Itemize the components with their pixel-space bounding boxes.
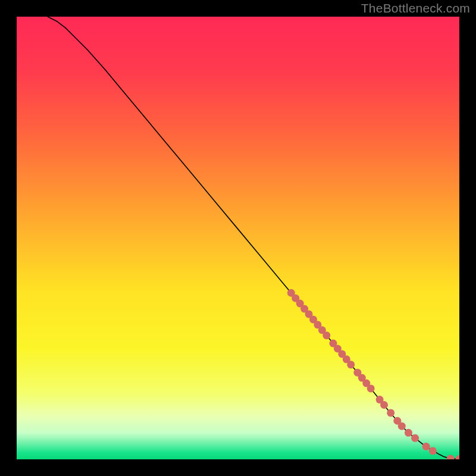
marker-point — [398, 422, 406, 430]
marker-point — [411, 434, 419, 442]
marker-point — [322, 331, 330, 339]
marker-point — [405, 429, 412, 437]
chart-stage: TheBottleneck.com — [0, 0, 476, 476]
plot-area — [17, 17, 459, 459]
marker-point — [429, 447, 437, 455]
marker-point — [367, 384, 375, 392]
marker-point — [347, 361, 355, 368]
marker-point — [387, 409, 394, 416]
gradient-background — [17, 17, 459, 459]
marker-point — [380, 401, 388, 409]
chart-svg — [17, 17, 459, 459]
watermark-text: TheBottleneck.com — [361, 1, 470, 15]
marker-point — [422, 443, 430, 450]
